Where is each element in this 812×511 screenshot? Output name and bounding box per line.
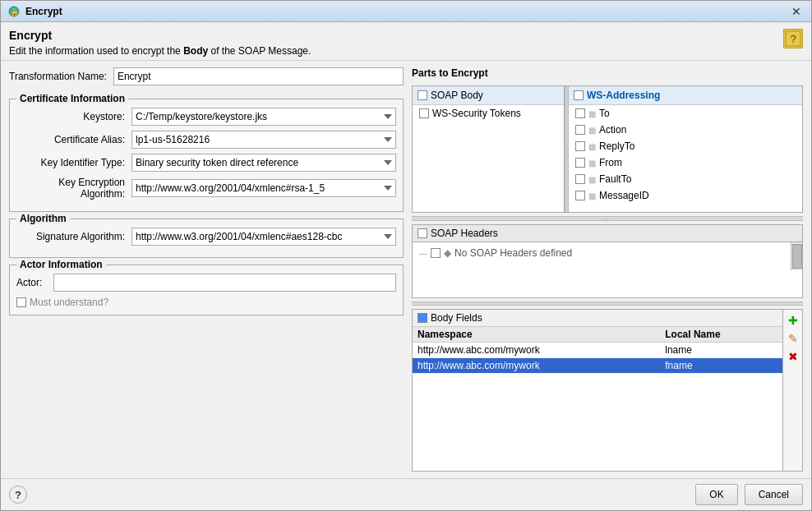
soap-headers-content: — ◆ No SOAP Headers defined — [416, 246, 799, 260]
parts-left-col: SOAP Body WS-Security Tokens — [413, 86, 565, 212]
body-fields-header: Body Fields — [413, 310, 782, 327]
soap-scrollbar[interactable] — [791, 242, 802, 270]
cancel-button[interactable]: Cancel — [745, 484, 803, 505]
ws-security-item: WS-Security Tokens — [413, 105, 564, 122]
cert-group-title: Certificate Information — [16, 93, 128, 104]
from-checkbox[interactable] — [575, 158, 585, 168]
body-fields-main: Body Fields Namespace Local Name http://… — [413, 310, 782, 471]
table-row[interactable]: http://www.abc.com/myworkfname — [413, 358, 782, 374]
col-local-name: Local Name — [660, 327, 782, 343]
fault-to-label: FaultTo — [599, 173, 631, 185]
actor-input[interactable] — [53, 274, 396, 292]
soap-no-header-dash: — — [419, 249, 427, 258]
main-window: 🔒 Encrypt ✕ Encrypt Edit the information… — [0, 0, 812, 511]
key-enc-label: Key Encryption Algorithm: — [16, 177, 131, 200]
ok-button[interactable]: OK — [695, 484, 737, 505]
help-icon: ? — [783, 29, 803, 48]
must-understand-label: Must understand? — [30, 297, 108, 308]
h-splitter-1[interactable]: ··· — [412, 216, 803, 221]
key-id-label: Key Identifier Type: — [16, 157, 131, 168]
transformation-name-row: Transformation Name: — [9, 67, 404, 85]
reply-to-checkbox[interactable] — [575, 141, 585, 151]
close-button[interactable]: ✕ — [788, 3, 805, 20]
key-id-select[interactable]: Binary security token direct reference — [131, 154, 396, 172]
window-title: Encrypt — [25, 6, 788, 17]
left-panel: Transformation Name: Certificate Informa… — [9, 67, 404, 472]
action-checkbox[interactable] — [575, 125, 585, 135]
soap-body-label: SOAP Body — [431, 90, 483, 101]
soap-bullet: ◆ — [444, 247, 451, 259]
help-button[interactable]: ? — [9, 486, 27, 504]
window-icon: 🔒 — [7, 5, 21, 18]
key-enc-row: Key Encryption Algorithm: http://www.w3.… — [16, 177, 396, 200]
from-label: From — [599, 157, 622, 168]
add-body-field-button[interactable]: ✚ — [786, 313, 800, 328]
sig-algo-row: Signature Algorithm: http://www.w3.org/2… — [16, 228, 396, 246]
soap-headers-label: SOAP Headers — [431, 228, 498, 239]
body-actions-column: ✚ ✎ ✖ — [782, 310, 802, 471]
body-fields-checkbox[interactable] — [418, 313, 427, 323]
transformation-name-input[interactable] — [113, 67, 404, 85]
ws-addressing-label: WS-Addressing — [587, 90, 660, 101]
parts-right-col: WS-Addressing ▦ To ▦ Action ▦ — [569, 86, 802, 212]
drag-icon-from: ▦ — [588, 159, 596, 168]
message-id-label: MessageID — [599, 190, 649, 201]
cert-alias-select[interactable]: lp1-us-51628216 — [131, 131, 396, 149]
body-fields-container: Body Fields Namespace Local Name http://… — [412, 309, 803, 472]
to-label: To — [599, 108, 610, 119]
soap-headers-checkbox[interactable] — [418, 228, 427, 238]
keystore-select[interactable]: C:/Temp/keystore/keystore.jks — [131, 108, 396, 126]
header-desc-pre: Edit the information used to encrypt the — [9, 45, 181, 57]
dialog-header: Encrypt Edit the information used to enc… — [1, 22, 811, 61]
header-desc-bold: Body — [183, 45, 208, 57]
soap-headers-section: SOAP Headers — ◆ No SOAP Headers defined — [412, 224, 803, 298]
key-enc-select[interactable]: http://www.w3.org/2001/04/xmlenc#rsa-1_5 — [131, 179, 396, 197]
certificate-info-group: Certificate Information Keystore: C:/Tem… — [9, 99, 404, 212]
dialog-footer: ? OK Cancel — [1, 478, 811, 510]
table-row[interactable]: http://www.abc.com/myworklname — [413, 343, 782, 358]
drag-icon-replyto: ▦ — [588, 142, 596, 151]
svg-text:?: ? — [790, 33, 796, 45]
main-content: Transformation Name: Certificate Informa… — [1, 61, 811, 478]
drag-icon-action: ▦ — [588, 126, 596, 135]
message-id-checkbox[interactable] — [575, 191, 585, 200]
soap-body-checkbox[interactable] — [418, 90, 427, 100]
col-namespace: Namespace — [413, 327, 660, 343]
footer-right: OK Cancel — [695, 484, 803, 505]
ws-addressing-checkbox[interactable] — [574, 90, 584, 100]
transformation-name-label: Transformation Name: — [9, 71, 107, 82]
keystore-row: Keystore: C:/Temp/keystore/keystore.jks — [16, 108, 396, 126]
soap-body-header: SOAP Body — [413, 86, 564, 105]
edit-body-field-button[interactable]: ✎ — [786, 331, 800, 346]
actor-info-group: Actor Information Actor: Must understand… — [9, 265, 404, 315]
fault-to-checkbox[interactable] — [575, 174, 585, 184]
algo-group-title: Algorithm — [16, 213, 70, 224]
keystore-label: Keystore: — [16, 111, 131, 122]
must-understand-checkbox[interactable] — [16, 297, 26, 307]
ws-security-checkbox[interactable] — [419, 108, 429, 118]
reply-to-label: ReplyTo — [599, 140, 634, 152]
table-header-row: Namespace Local Name — [413, 327, 782, 343]
delete-body-field-button[interactable]: ✖ — [786, 349, 800, 364]
soap-headers-body: — ◆ No SOAP Headers defined — [412, 242, 803, 298]
sig-algo-label: Signature Algorithm: — [16, 231, 131, 242]
actor-label: Actor: — [16, 277, 53, 288]
actor-group-content: Actor: Must understand? — [16, 274, 396, 308]
key-id-row: Key Identifier Type: Binary security tok… — [16, 154, 396, 172]
soap-headers-inner-checkbox[interactable] — [431, 248, 441, 258]
header-content: Encrypt Edit the information used to enc… — [9, 29, 311, 57]
cert-alias-row: Certificate Alias: lp1-us-51628216 — [16, 131, 396, 149]
to-checkbox[interactable] — [575, 108, 585, 118]
to-item: ▦ To — [569, 105, 802, 122]
sig-algo-select[interactable]: http://www.w3.org/2001/04/xmlenc#aes128-… — [131, 228, 396, 246]
body-fields-table: Namespace Local Name http://www.abc.com/… — [413, 327, 782, 374]
soap-scrollbar-thumb[interactable] — [792, 244, 802, 269]
action-label: Action — [599, 124, 626, 136]
algo-group-content: Signature Algorithm: http://www.w3.org/2… — [16, 228, 396, 246]
title-bar: 🔒 Encrypt ✕ — [1, 1, 811, 22]
from-item: ▦ From — [569, 154, 802, 171]
action-item: ▦ Action — [569, 122, 802, 138]
header-description: Edit the information used to encrypt the… — [9, 45, 311, 57]
h-splitter-2[interactable] — [412, 302, 803, 306]
drag-icon-to: ▦ — [588, 109, 596, 118]
